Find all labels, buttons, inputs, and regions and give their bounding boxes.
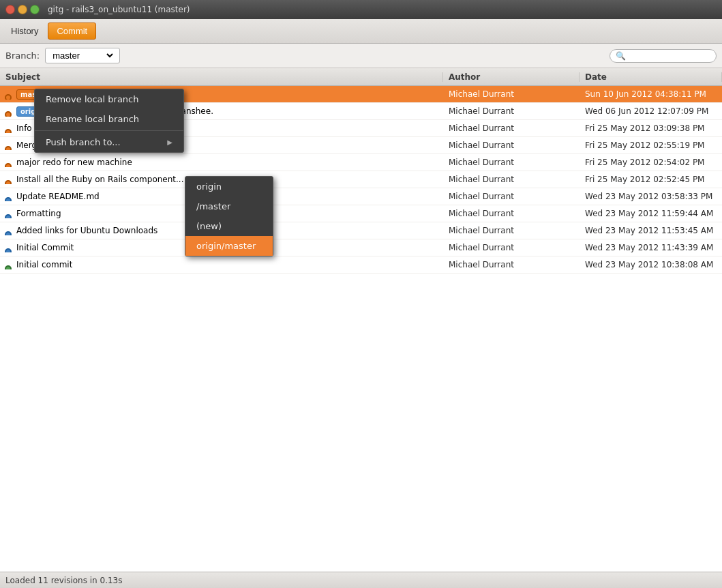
subject-text: Initial Commit (16, 243, 74, 252)
toolbar: History Commit (0, 19, 722, 44)
graph-dot (0, 175, 16, 184)
statusbar: Loaded 11 revisions in 0.13s (0, 572, 722, 588)
date-cell: Wed 06 Jun 2012 12:07:09 PM (580, 106, 722, 116)
branch-select-input[interactable]: master origin/master (50, 50, 115, 61)
minimize-button[interactable] (18, 5, 27, 14)
author-cell: Michael Durrant (443, 243, 580, 252)
author-cell: Michael Durrant (443, 175, 580, 184)
branch-label: Branch: (5, 50, 40, 61)
table-row[interactable]: Formatting Michael DurrantWed 23 May 201… (0, 205, 722, 222)
branch-selector[interactable]: master origin/master (45, 48, 120, 63)
commit-dot (5, 180, 12, 185)
close-button[interactable] (5, 5, 15, 14)
commit-dot (5, 146, 12, 151)
menu-push-branch[interactable]: Push branch to... ▶ origin /master (new)… (35, 132, 183, 152)
date-cell: Wed 23 May 2012 11:59:44 AM (580, 209, 722, 218)
submenu-master[interactable]: /master (185, 196, 273, 216)
header-date: Date (580, 72, 722, 82)
header-author: Author (443, 72, 580, 82)
graph-dot (0, 192, 16, 201)
author-cell: Michael Durrant (443, 141, 580, 150)
commit-dot (5, 129, 12, 134)
commit-dot (5, 111, 12, 117)
header-subject: Subject (0, 72, 443, 82)
subject-cell: Initial commit (0, 260, 443, 269)
date-cell: Wed 23 May 2012 11:43:39 AM (580, 243, 722, 252)
commit-button[interactable]: Commit (48, 23, 96, 40)
subject-text: Install all the Ruby on Rails component.… (16, 175, 183, 184)
commit-dot (5, 214, 12, 219)
subject-text: Update README.md (16, 192, 100, 201)
menu-rename-branch[interactable]: Rename local branch (35, 109, 183, 129)
submenu-origin-master[interactable]: origin/master (185, 236, 273, 256)
subject-text: Initial commit (16, 260, 72, 269)
date-cell: Wed 23 May 2012 03:58:33 PM (580, 192, 722, 201)
author-cell: Michael Durrant (443, 192, 580, 201)
submenu-origin[interactable]: origin (185, 177, 273, 196)
graph-dot (0, 226, 16, 235)
graph-dot (0, 89, 16, 100)
status-text: Loaded 11 revisions in 0.13s (5, 576, 123, 585)
table-header: Subject Author Date (0, 68, 722, 86)
commit-dot (5, 163, 12, 168)
window-title: gitg - rails3_on_ubuntu11 (master) (48, 5, 190, 14)
subject-cell: major redo for new machine (0, 158, 443, 167)
author-cell: Michael Durrant (443, 89, 580, 99)
author-cell: Michael Durrant (443, 226, 580, 235)
table-row[interactable]: Install all the Ruby on Rails component.… (0, 171, 722, 188)
author-cell: Michael Durrant (443, 106, 580, 116)
submenu-arrow-icon: ▶ (167, 138, 172, 146)
author-cell: Michael Durrant (443, 158, 580, 167)
date-cell: Fri 25 May 2012 03:09:38 PM (580, 123, 722, 133)
subject-text: Added links for Ubuntu Downloads (16, 226, 157, 235)
commit-dot (5, 248, 12, 253)
history-button[interactable]: History (3, 23, 46, 39)
commit-dot (5, 231, 12, 236)
branch-bar: Branch: master origin/master 🔍 (0, 44, 722, 68)
date-cell: Fri 25 May 2012 02:54:02 PM (580, 158, 722, 167)
subject-text: Info (16, 123, 32, 133)
submenu-new[interactable]: (new) (185, 216, 273, 236)
search-input[interactable] (629, 51, 710, 61)
subject-text: Formatting (16, 209, 61, 218)
titlebar: gitg - rails3_on_ubuntu11 (master) (0, 0, 722, 19)
search-box: 🔍 (610, 49, 717, 63)
date-cell: Fri 25 May 2012 02:55:19 PM (580, 141, 722, 150)
table-row[interactable]: Initial commit Michael DurrantWed 23 May… (0, 256, 722, 274)
date-cell: Sun 10 Jun 2012 04:38:11 PM (580, 89, 722, 99)
author-cell: Michael Durrant (443, 123, 580, 133)
author-cell: Michael Durrant (443, 260, 580, 269)
date-cell: Wed 23 May 2012 11:53:45 AM (580, 226, 722, 235)
commit-dot (5, 197, 12, 202)
graph-dot (0, 123, 16, 133)
titlebar-buttons (5, 5, 40, 14)
table-row[interactable]: Added links for Ubuntu Downloads Michael… (0, 222, 722, 239)
search-icon: 🔍 (616, 51, 626, 61)
menu-remove-branch[interactable]: Remove local branch (35, 89, 183, 109)
graph-dot (0, 260, 16, 269)
graph-dot (0, 209, 16, 218)
author-cell: Michael Durrant (443, 209, 580, 218)
graph-dot (0, 243, 16, 252)
table-row[interactable]: Update README.md Michael DurrantWed 23 M… (0, 188, 722, 205)
date-cell: Fri 25 May 2012 02:52:45 PM (580, 175, 722, 184)
date-cell: Wed 23 May 2012 10:38:08 AM (580, 260, 722, 269)
menu-separator (35, 130, 183, 131)
maximize-button[interactable] (30, 5, 40, 14)
table-row[interactable]: major redo for new machine Michael Durra… (0, 154, 722, 171)
graph-dot (0, 106, 16, 117)
commit-dot (5, 265, 12, 270)
table-body: mast preferences to show Date. Michael D… (0, 86, 722, 572)
commit-dot (5, 94, 12, 100)
graph-dot (0, 141, 16, 150)
subject-text: major redo for new machine (16, 158, 132, 167)
context-menu: Remove local branch Rename local branch … (34, 89, 184, 153)
submenu: origin /master (new) origin/master (185, 176, 273, 256)
table-row[interactable]: Initial Commit Michael DurrantWed 23 May… (0, 239, 722, 256)
graph-dot (0, 158, 16, 167)
